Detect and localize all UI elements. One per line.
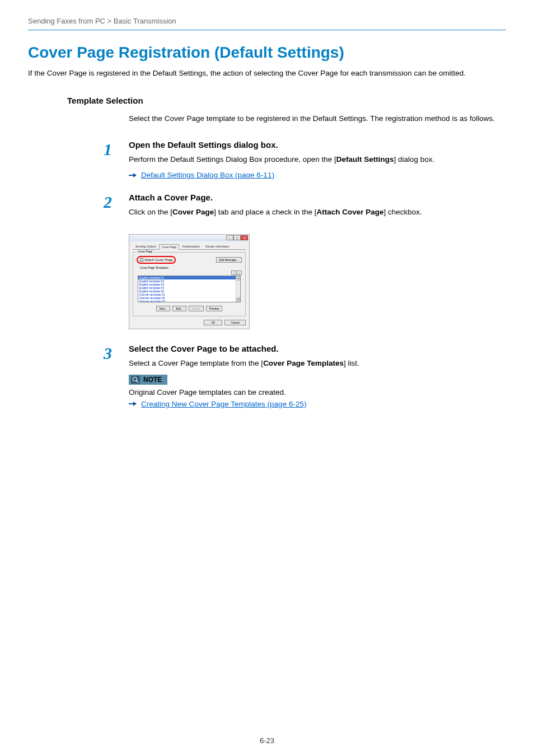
text-bold: Attach Cover Page	[316, 208, 383, 216]
step-number: 1	[104, 140, 129, 183]
text-fragment: ] list.	[344, 359, 359, 367]
dialog-titlebar: – □ ✕	[129, 235, 249, 241]
reference-link[interactable]: Default Settings Dialog Box (page 6-11)	[141, 171, 274, 179]
text-fragment: ] checkbox.	[384, 208, 422, 216]
templates-listbox[interactable]: English template 01 English template 02 …	[138, 276, 241, 302]
step-text: Select a Cover Page template from the [C…	[129, 358, 495, 369]
step-title: Open the Default Settings dialog box.	[129, 140, 495, 150]
maximize-icon[interactable]: □	[233, 235, 241, 240]
tab-sending-options[interactable]: Sending Options	[133, 244, 159, 249]
dialog-screenshot: – □ ✕ Sending Options Cover Page Authent…	[129, 234, 250, 329]
templates-label: Cover Page Templates:	[140, 266, 242, 269]
list-item[interactable]: German template 03	[138, 300, 240, 302]
tab-authentication[interactable]: Authentication	[179, 244, 203, 249]
reference-link[interactable]: Creating New Cover Page Templates (page …	[141, 400, 306, 408]
scrollbar[interactable]: ▴ ▾	[236, 276, 240, 302]
step-text: Perform the Default Settings Dialog Box …	[129, 154, 495, 165]
text-fragment: ] tab and place a check in the [	[214, 208, 316, 216]
text-bold: Default Settings	[336, 155, 394, 164]
section-title: Template Selection	[67, 96, 506, 105]
text-fragment: Select a Cover Page template from the [	[129, 359, 263, 367]
note-label: NOTE	[143, 376, 162, 384]
breadcrumb: Sending Faxes from PC > Basic Transmissi…	[28, 17, 506, 30]
delete-button[interactable]: Delete	[189, 306, 203, 311]
dialog-tabs: Sending Options Cover Page Authenticatio…	[133, 244, 246, 250]
text-fragment: Click on the [	[129, 208, 172, 216]
attach-cover-page-checkbox[interactable]: ✓	[140, 258, 143, 262]
step-number: 2	[104, 193, 129, 223]
scroll-up-icon[interactable]: ▴	[236, 276, 240, 281]
text-bold: Cover Page Templates	[263, 359, 344, 367]
page-number: 6-23	[0, 736, 534, 745]
text-fragment: Perform the Default Settings Dialog Box …	[129, 155, 336, 164]
minimize-icon[interactable]: –	[226, 235, 233, 240]
dialog-title	[130, 236, 131, 240]
step-1: 1 Open the Default Settings dialog box. …	[104, 140, 506, 183]
fieldset-legend: Cover Page	[137, 250, 153, 253]
step-number: 3	[104, 344, 129, 412]
arrow-right-icon	[129, 401, 137, 407]
ok-button[interactable]: OK	[204, 320, 222, 325]
page-heading: Cover Page Registration (Default Setting…	[28, 44, 506, 62]
tab-sender-information[interactable]: Sender Information	[203, 244, 232, 249]
move-down-button[interactable]: ↓	[237, 270, 242, 275]
text-bold: Cover Page	[172, 208, 214, 216]
scroll-down-icon[interactable]: ▾	[236, 297, 240, 302]
cover-page-fieldset: Cover Page ✓ Attach Cover Page Edit Mess…	[133, 252, 246, 316]
header-divider	[28, 30, 506, 30]
tab-cover-page[interactable]: Cover Page	[159, 244, 179, 250]
text-fragment: ] dialog box.	[394, 155, 434, 164]
step-3: 3 Select the Cover Page to be attached. …	[104, 344, 506, 412]
step-2: 2 Attach a Cover Page. Click on the [Cov…	[104, 193, 506, 223]
cancel-button[interactable]: Cancel	[224, 320, 246, 325]
attach-cover-page-label: Attach Cover Page	[144, 258, 172, 262]
intro-paragraph: If the Cover Page is registered in the D…	[28, 68, 506, 79]
new-button[interactable]: New...	[156, 306, 171, 311]
section-description: Select the Cover Page template to be reg…	[129, 113, 498, 124]
preview-button[interactable]: Preview	[206, 306, 223, 311]
note-header: NOTE	[129, 375, 167, 385]
step-title: Attach a Cover Page.	[129, 193, 495, 202]
note-text: Original Cover Page templates can be cre…	[129, 388, 495, 396]
step-text: Click on the [Cover Page] tab and place …	[129, 207, 495, 218]
arrow-right-icon	[129, 172, 137, 178]
edit-button[interactable]: Edit...	[172, 306, 186, 311]
move-up-button[interactable]: ↑	[231, 270, 236, 275]
edit-message-button[interactable]: Edit Message...	[216, 257, 242, 263]
highlight-ring: ✓ Attach Cover Page	[137, 256, 176, 264]
step-title: Select the Cover Page to be attached.	[129, 344, 495, 353]
close-icon[interactable]: ✕	[241, 235, 248, 240]
magnifier-icon	[131, 376, 140, 384]
note-block: NOTE Original Cover Page templates can b…	[129, 375, 495, 408]
